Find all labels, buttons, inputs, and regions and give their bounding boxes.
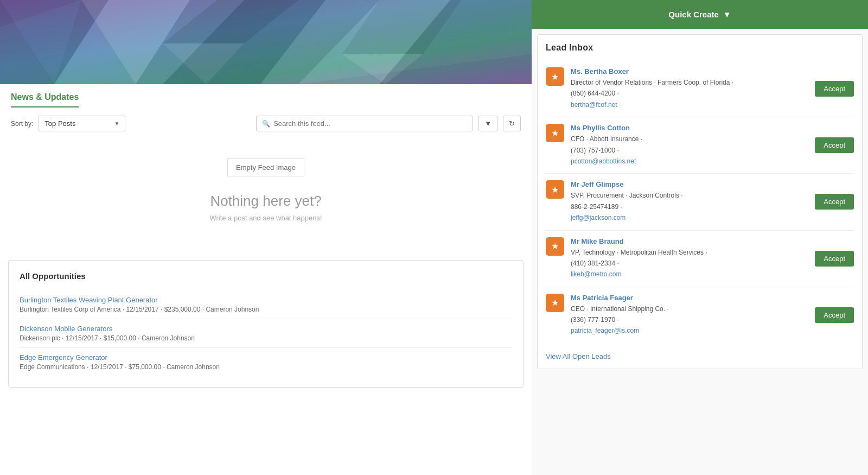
lead-star-icon-2: ★	[546, 124, 564, 142]
feed-controls: Sort by: Top Posts ▼ 🔍 ▼ ↻	[11, 116, 521, 131]
lead-name-2[interactable]: Ms Phyllis Cotton	[571, 124, 808, 132]
lead-inbox-title: Lead Inbox	[546, 43, 854, 53]
lead-info-2: Ms Phyllis Cotton CFO · Abbott Insurance…	[571, 124, 808, 167]
opportunities-title: All Opportunities	[20, 271, 512, 281]
news-updates-title: News & Updates	[11, 92, 79, 107]
empty-feed: Empty Feed Image Nothing here yet? Write…	[0, 137, 532, 255]
lead-name-4[interactable]: Mr Mike Braund	[571, 237, 808, 245]
lead-item-2: ★ Ms Phyllis Cotton CFO · Abbott Insuran…	[546, 117, 854, 174]
lead-details-4: VP, Technology · Metropolitan Health Ser…	[571, 247, 808, 280]
lead-item-5: ★ Ms Patricia Feager CEO · International…	[546, 287, 854, 343]
lead-item-1: ★ Ms. Bertha Boxer Director of Vendor Re…	[546, 61, 854, 117]
view-all-leads-link[interactable]: View All Open Leads	[546, 350, 854, 360]
lead-details-1: Director of Vendor Relations · Farmers C…	[571, 77, 808, 110]
opportunity-item: Edge Emergency Generator Edge Communicat…	[20, 348, 512, 376]
lead-star-icon-5: ★	[546, 294, 564, 312]
news-updates-section: News & Updates Sort by: Top Posts ▼ 🔍 ▼ …	[0, 84, 532, 137]
svg-marker-6	[81, 0, 190, 84]
lead-details-2: CFO · Abbott Insurance · (703) 757-1000 …	[571, 134, 808, 167]
lead-name-5[interactable]: Ms Patricia Feager	[571, 294, 808, 302]
opportunity-link-2[interactable]: Dickenson Mobile Generators	[20, 325, 112, 333]
filter-button[interactable]: ▼	[478, 116, 497, 131]
opportunities-section: All Opportunities Burlington Textiles We…	[8, 260, 524, 388]
svg-marker-3	[163, 0, 380, 84]
svg-marker-5	[0, 0, 54, 84]
svg-marker-14	[342, 54, 423, 84]
lead-details-3: SVP, Procurement · Jackson Controls · 88…	[571, 190, 808, 223]
svg-marker-8	[260, 0, 450, 84]
lead-name-1[interactable]: Ms. Bertha Boxer	[571, 67, 808, 75]
opportunity-item: Dickenson Mobile Generators Dickenson pl…	[20, 319, 512, 348]
left-panel: News & Updates Sort by: Top Posts ▼ 🔍 ▼ …	[0, 0, 532, 475]
lead-name-3[interactable]: Mr Jeff Glimpse	[571, 180, 808, 188]
hero-image	[0, 0, 532, 84]
lead-email-1[interactable]: bertha@fcof.net	[571, 101, 617, 109]
sort-arrow-icon: ▼	[114, 121, 119, 126]
opportunity-meta-3: Edge Communications · 12/15/2017 · $75,0…	[20, 363, 512, 371]
svg-marker-11	[163, 0, 298, 43]
refresh-button[interactable]: ↻	[503, 116, 521, 131]
lead-item-3: ★ Mr Jeff Glimpse SVP, Procurement · Jac…	[546, 174, 854, 230]
lead-star-icon-1: ★	[546, 67, 564, 86]
lead-email-4[interactable]: likeb@metro.com	[571, 270, 622, 278]
quick-create-label: Quick Create	[668, 10, 719, 19]
lead-info-4: Mr Mike Braund VP, Technology · Metropol…	[571, 237, 808, 280]
quick-create-arrow-icon: ▼	[723, 10, 731, 19]
opportunity-meta-1: Burlington Textiles Corp of America · 12…	[20, 306, 512, 313]
lead-info-5: Ms Patricia Feager CEO · International S…	[571, 294, 808, 337]
lead-details-5: CEO · International Shipping Co. · (336)…	[571, 303, 808, 337]
accept-button-5[interactable]: Accept	[815, 307, 854, 323]
empty-feed-subtitle: Write a post and see what happens!	[11, 214, 521, 222]
svg-marker-1	[0, 0, 108, 84]
lead-email-5[interactable]: patricia_feager@is.com	[571, 327, 639, 334]
empty-feed-title: Nothing here yet?	[11, 193, 521, 210]
lead-email-3[interactable]: jeffg@jackson.com	[571, 214, 626, 221]
accept-button-3[interactable]: Accept	[815, 194, 854, 210]
lead-email-2[interactable]: pcotton@abbottins.net	[571, 157, 636, 165]
opportunity-meta-2: Dickenson plc · 12/15/2017 · $15,000.00 …	[20, 334, 512, 342]
opportunity-link-3[interactable]: Edge Emergency Generator	[20, 353, 107, 362]
empty-feed-image: Empty Feed Image	[227, 159, 304, 176]
search-bar: 🔍	[256, 116, 473, 131]
svg-marker-9	[380, 0, 532, 84]
right-panel: Quick Create ▼ Lead Inbox ★ Ms. Bertha B…	[532, 0, 868, 475]
opportunity-item: Burlington Textiles Weaving Plant Genera…	[20, 290, 512, 319]
opportunity-link-1[interactable]: Burlington Textiles Weaving Plant Genera…	[20, 296, 158, 304]
quick-create-button[interactable]: Quick Create ▼	[532, 0, 868, 29]
accept-button-1[interactable]: Accept	[815, 81, 854, 97]
lead-item-4: ★ Mr Mike Braund VP, Technology · Metrop…	[546, 231, 854, 287]
lead-star-icon-4: ★	[546, 237, 564, 256]
svg-rect-0	[0, 0, 532, 84]
svg-marker-12	[163, 43, 244, 84]
sort-label: Sort by:	[11, 120, 33, 128]
lead-info-3: Mr Jeff Glimpse SVP, Procurement · Jacks…	[571, 180, 808, 223]
accept-button-4[interactable]: Accept	[815, 251, 854, 267]
search-icon: 🔍	[262, 120, 270, 128]
search-input[interactable]	[273, 119, 467, 128]
sort-value: Top Posts	[44, 119, 75, 128]
lead-star-icon-3: ★	[546, 180, 564, 199]
svg-marker-10	[0, 0, 81, 84]
sort-dropdown[interactable]: Top Posts ▼	[39, 116, 125, 131]
svg-marker-4	[298, 0, 532, 84]
accept-button-2[interactable]: Accept	[815, 137, 854, 153]
lead-inbox-panel: Lead Inbox ★ Ms. Bertha Boxer Director o…	[537, 34, 863, 369]
svg-marker-7	[136, 0, 326, 84]
svg-marker-2	[54, 0, 244, 84]
svg-marker-13	[342, 0, 461, 54]
lead-info-1: Ms. Bertha Boxer Director of Vendor Rela…	[571, 67, 808, 110]
